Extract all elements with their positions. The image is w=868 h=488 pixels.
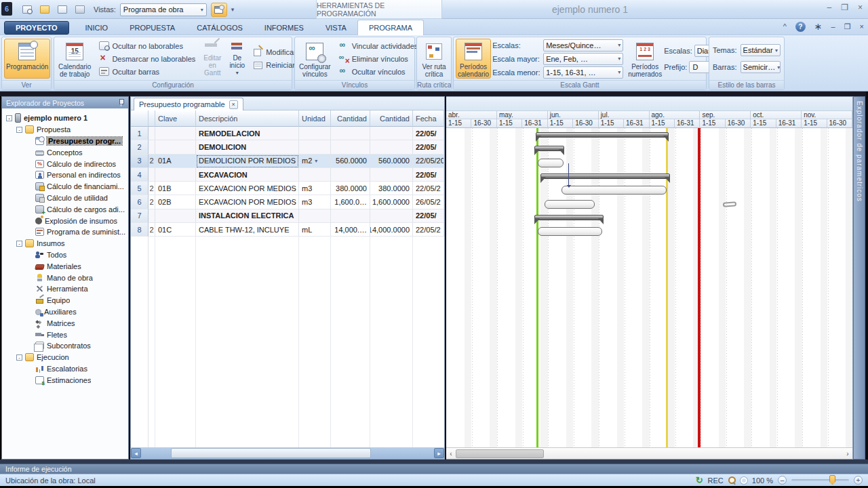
tab-vista[interactable]: VISTA (315, 20, 357, 35)
grid-cell[interactable]: 26/05/2 (413, 195, 444, 209)
tree-item[interactable]: Presupuesto progr... (2, 136, 128, 147)
grid-cell[interactable]: 22/05/ (413, 168, 444, 182)
escala-mayor-combobox[interactable]: Ene, Feb, …▾ (543, 53, 623, 65)
gantt-task-bar[interactable] (561, 186, 667, 195)
ocultar-vinculos-button[interactable]: Ocultar vínculos (337, 65, 420, 78)
grid-cell[interactable] (299, 168, 331, 182)
reiniciar-button[interactable]: Reiniciar (251, 59, 298, 72)
grid-cell[interactable]: EXCAVACION POR MEDIOS (196, 195, 299, 209)
grid-cell[interactable] (331, 127, 370, 140)
column-header-Fecha[interactable]: Fecha (413, 110, 444, 127)
grid-cell[interactable]: 2 (149, 195, 155, 209)
temas-combobox[interactable]: Estándar▾ (741, 44, 781, 56)
app-logo-icon[interactable]: 6 (1, 2, 12, 16)
column-header-Descripción[interactable]: Descripción (196, 110, 299, 127)
column-header-Clave[interactable]: Clave (155, 110, 196, 127)
new-document-button[interactable] (56, 3, 69, 16)
grid-cell[interactable]: 8 (131, 223, 149, 237)
grid-cell[interactable]: 01C (155, 223, 196, 237)
tree-item[interactable]: Equipo (2, 295, 128, 306)
tree-item[interactable]: -Insumos (2, 238, 128, 249)
grid-cell[interactable]: DEMOLICION POR MEDIOS (196, 155, 299, 168)
tab-informes[interactable]: INFORMES (254, 20, 315, 35)
minimize-child-button[interactable]: – (831, 22, 835, 30)
tab-proyecto[interactable]: PROYECTO (4, 21, 69, 35)
grid-cell[interactable]: 01A (155, 155, 196, 168)
programacion-button[interactable]: Programación (4, 39, 50, 79)
zoom-in-button[interactable]: + (854, 476, 863, 485)
pan-circle-icon[interactable] (741, 477, 747, 484)
de-inicio-button[interactable]: De inicio ▾ (227, 39, 247, 79)
grid-cell[interactable]: 2 (131, 140, 149, 154)
grid-horizontal-scrollbar[interactable]: ◂ ▸ (131, 447, 444, 459)
tree-item[interactable]: Explosión de insumos (2, 215, 128, 226)
grid-row[interactable]: 6202BEXCAVACION POR MEDIOSm31,600.0…1,60… (131, 195, 444, 209)
grid-cell[interactable]: 380.0000 (370, 182, 413, 195)
close-tab-icon[interactable]: × (229, 100, 238, 109)
pin-icon[interactable] (118, 99, 124, 106)
grid-cell[interactable]: 3 (131, 155, 149, 168)
column-header-Cantidad[interactable]: Cantidad (370, 110, 413, 127)
escala-menor-combobox[interactable]: 1-15, 16-31, …▾ (543, 66, 623, 79)
grid-cell[interactable] (370, 209, 413, 223)
zoom-out-button[interactable]: – (778, 476, 787, 485)
ver-ruta-critica-button[interactable]: Ver ruta crítica (419, 39, 449, 79)
tree-item[interactable]: Programa de suminist... (2, 226, 128, 238)
grid-scroll-thumb[interactable] (171, 448, 371, 458)
parametros-explorer-collapsed[interactable]: Explorador de parametricos (853, 96, 865, 460)
gantt-summary-bar[interactable] (534, 215, 604, 220)
grid-cell[interactable]: 4 (131, 168, 149, 182)
informe-ejecucion-bar[interactable]: Informe de ejecución (0, 464, 868, 474)
grid-cell[interactable] (155, 209, 196, 223)
restore-button[interactable]: ❐ (841, 3, 848, 12)
zoom-slider[interactable] (791, 479, 849, 481)
grid-cell[interactable]: DEMOLICION (196, 140, 299, 154)
gantt-scroll-right-icon[interactable]: › (843, 450, 852, 458)
grid-cell[interactable]: 5 (131, 182, 149, 195)
grid-cell[interactable]: 22/05/20 (413, 155, 444, 168)
scroll-right-icon[interactable]: ▸ (434, 448, 444, 458)
grid-cell[interactable]: 22/05/ (413, 127, 444, 140)
grid-cell[interactable]: 2 (149, 182, 155, 195)
project-explorer-header[interactable]: Explorador de Proyectos (2, 97, 128, 108)
grid-cell[interactable]: 02B (155, 195, 196, 209)
qat-overflow-button[interactable]: ▾ (231, 6, 235, 13)
grid-row[interactable]: 3201ADEMOLICION POR MEDIOSm2▾560.0000560… (131, 155, 444, 168)
grid-cell[interactable] (370, 168, 413, 182)
grid-row[interactable]: 4EXCAVACION22/05/ (131, 168, 444, 182)
zoom-slider-thumb[interactable] (829, 475, 835, 485)
grid-cell[interactable]: EXCAVACION (196, 168, 299, 182)
gantt-scroll-thumb[interactable] (456, 449, 544, 458)
grid-cell[interactable]: 1,600.0000 (370, 195, 413, 209)
grid-cell[interactable]: 380.0000 (331, 182, 370, 195)
grid-cell[interactable] (155, 140, 196, 154)
desmarcar-no-laborables-button[interactable]: Desmarcar no laborables (97, 52, 197, 65)
periodos-calendario-button[interactable]: Períodos calendario (456, 39, 491, 79)
grid-cell[interactable] (149, 127, 155, 140)
grid-cell[interactable] (370, 127, 413, 140)
expander-icon[interactable]: - (6, 115, 12, 121)
grid-row[interactable]: 7INSTALACION ELECTRICA22/05/ (131, 209, 444, 223)
vistas-combobox[interactable]: Programa de obra ▾ (120, 3, 207, 16)
tree-item[interactable]: Cálculo de utilidad (2, 192, 128, 204)
calendario-trabajo-button[interactable]: 15 Calendario de trabajo (56, 39, 93, 79)
unit-dropdown-icon[interactable]: ▾ (315, 158, 317, 164)
view-layout-button[interactable] (211, 3, 227, 17)
column-header-blank[interactable] (131, 110, 149, 127)
tree-item[interactable]: Subcontratos (2, 340, 128, 352)
tree-item[interactable]: Estimaciones (2, 374, 128, 386)
minimize-button[interactable]: – (827, 3, 832, 12)
expander-icon[interactable]: - (16, 127, 22, 133)
grid-cell[interactable]: INSTALACION ELECTRICA (196, 209, 299, 223)
grid-cell[interactable]: 22/05/ (413, 140, 444, 154)
column-header-blank[interactable] (149, 110, 155, 127)
tree-item[interactable]: Cálculo de cargos adi... (2, 203, 128, 215)
grid-cell[interactable]: m2▾ (299, 155, 331, 168)
grid-cell[interactable]: REMODELACION (196, 127, 299, 140)
gantt-summary-bar[interactable] (540, 174, 670, 179)
grid-cell[interactable]: 14,000.0000 (370, 223, 413, 237)
grid-cell[interactable] (299, 140, 331, 154)
grid-cell[interactable]: mL (299, 223, 331, 237)
tree-item[interactable]: Herramienta (2, 283, 128, 295)
close-child-button[interactable]: × (860, 22, 864, 30)
